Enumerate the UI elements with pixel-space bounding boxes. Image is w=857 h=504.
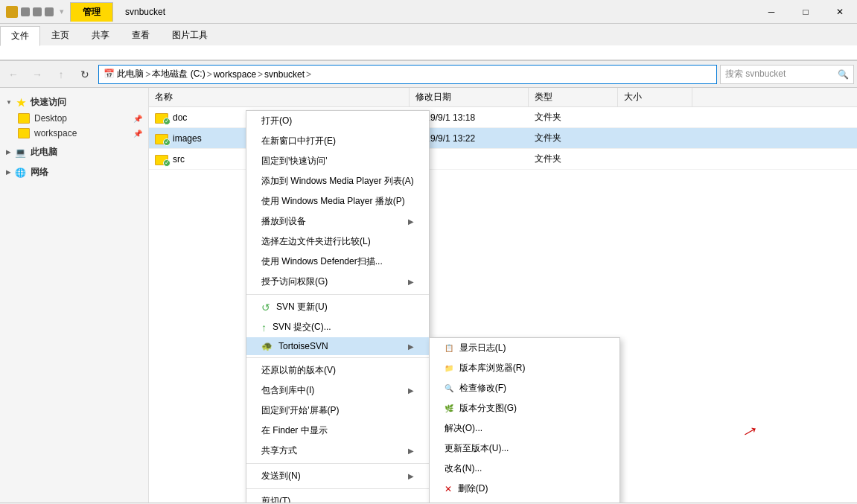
play-device-arrow: ▶ — [408, 217, 414, 226]
tab-share[interactable]: 共享 — [80, 25, 121, 45]
sub-check-mod[interactable]: 🔍检查修改(F) — [430, 378, 619, 398]
ribbon: 文件 主页 共享 查看 图片工具 — [0, 24, 857, 61]
window-controls: ─ □ ✕ — [754, 0, 857, 24]
ctx-cut[interactable]: 剪切(T) — [246, 491, 429, 503]
sub-update-rev[interactable]: 更新至版本(U)... — [430, 438, 619, 459]
title-bar: ▾ 管理 svnbucket ─ □ ✕ — [0, 0, 857, 24]
search-icon: 🔍 — [838, 69, 849, 80]
ctx-svn-commit[interactable]: ↑ SVN 提交(C)... — [246, 317, 429, 337]
ctx-play-wmp[interactable]: 使用 Windows Media Player 播放(P) — [246, 191, 429, 211]
share-arrow: ▶ — [408, 447, 414, 455]
ctx-svn-update[interactable]: ↺ SVN 更新(U) — [246, 297, 429, 317]
ctx-pin-quick-access[interactable]: 固定到'快速访问' — [246, 151, 429, 171]
this-pc-header[interactable]: ▶ 💻 此电脑 — [0, 144, 148, 161]
network-icon: 🌐 — [15, 168, 26, 178]
up-button[interactable]: ↑ — [51, 65, 71, 84]
ctx-grant-access[interactable]: 授予访问权限(G)▶ — [246, 272, 429, 292]
sub-branch-graph[interactable]: 🌿版本分支图(G) — [430, 398, 619, 418]
quick-access-arrow: ▼ — [6, 99, 12, 106]
minimize-button[interactable]: ─ — [754, 0, 788, 24]
sub-rename[interactable]: 改名(N)... — [430, 459, 619, 479]
ctx-sep3 — [246, 463, 429, 464]
file-list: 名称 修改日期 类型 大小 ✓ doc 2019/9/1 13:18 文件夹 — [149, 88, 857, 503]
context-menu: 打开(O) 在新窗口中打开(E) 固定到'快速访问' 添加到 Windows M… — [246, 110, 430, 503]
sub-revert[interactable]: ↩SVN 还原(V)... — [430, 499, 619, 503]
network-header[interactable]: ▶ 🌐 网络 — [0, 164, 148, 181]
this-pc-section: ▶ 💻 此电脑 — [0, 144, 148, 161]
maximize-button[interactable]: □ — [788, 0, 823, 24]
path-thispc: 📅 此电脑 — [103, 68, 144, 80]
ctx-open[interactable]: 打开(O) — [246, 111, 429, 131]
file-list-header: 名称 修改日期 类型 大小 — [149, 88, 857, 107]
ctx-compare[interactable]: 选择左边文件夹进行比较(L) — [246, 232, 429, 252]
delete-icon: ✕ — [445, 484, 452, 494]
path-svnbucket: svnbucket — [264, 69, 305, 80]
title-tab[interactable]: 管理 — [70, 2, 113, 22]
ctx-pin-start[interactable]: 固定到'开始'屏幕(P) — [246, 401, 429, 421]
workspace-pin-icon: 📌 — [133, 130, 142, 138]
quick-access-header[interactable]: ▼ ★ 快速访问 — [0, 94, 148, 111]
ctx-restore-prev[interactable]: 还原以前的版本(V) — [246, 360, 429, 380]
address-bar: ← → ↑ ↻ 📅 此电脑 > 本地磁盘 (C:) > workspace > … — [0, 61, 857, 88]
this-pc-arrow: ▶ — [6, 149, 10, 156]
path-workspace: workspace — [214, 69, 256, 80]
ctx-play-to-device[interactable]: 播放到设备▶ — [246, 211, 429, 232]
back-button[interactable]: ← — [3, 65, 24, 84]
search-box[interactable]: 搜索 svnbucket 🔍 — [720, 65, 854, 84]
sidebar: ▼ ★ 快速访问 Desktop 📌 workspace 📌 ▶ 💻 此电脑 — [0, 88, 149, 503]
workspace-label: workspace — [34, 128, 77, 138]
ctx-open-new-window[interactable]: 在新窗口中打开(E) — [246, 131, 429, 151]
sidebar-item-workspace[interactable]: workspace 📌 — [0, 126, 148, 141]
app-icon — [6, 6, 18, 18]
sub-show-log[interactable]: 📋显示日志(L) — [430, 338, 619, 358]
workspace-folder-icon — [18, 128, 30, 138]
sub-delete[interactable]: ✕删除(D) — [430, 479, 619, 499]
sub-repo-browser[interactable]: 📁版本库浏览器(R) — [430, 358, 619, 378]
forward-button[interactable]: → — [27, 65, 48, 84]
tab-view[interactable]: 查看 — [121, 25, 161, 45]
search-placeholder: 搜索 svnbucket — [725, 68, 786, 80]
refresh-button[interactable]: ↻ — [74, 65, 95, 84]
sidebar-item-desktop[interactable]: Desktop 📌 — [0, 111, 148, 126]
ctx-open-label: 打开(O) — [261, 115, 292, 127]
pin-icon: 📌 — [133, 115, 142, 123]
network-arrow: ▶ — [6, 169, 10, 176]
tab-home[interactable]: 主页 — [40, 25, 80, 45]
network-label: 网络 — [31, 166, 48, 179]
file-type-doc: 文件夹 — [529, 107, 618, 127]
ctx-defender[interactable]: 使用 Windows Defender扫描... — [246, 252, 429, 272]
this-pc-label: 此电脑 — [31, 146, 57, 159]
ribbon-content — [0, 45, 857, 60]
sub-resolve[interactable]: 解决(O)... — [430, 418, 619, 438]
tab-picture-tools[interactable]: 图片工具 — [161, 25, 219, 45]
file-size-images — [618, 135, 692, 142]
title-icon-small3 — [45, 7, 54, 16]
computer-icon: 💻 — [15, 147, 26, 158]
col-size[interactable]: 大小 — [618, 88, 692, 106]
desktop-label: Desktop — [34, 113, 67, 124]
ctx-include-library[interactable]: 包含到库中(I)▶ — [246, 380, 429, 401]
col-name[interactable]: 名称 — [149, 88, 410, 106]
close-button[interactable]: ✕ — [823, 0, 857, 24]
ctx-tortoise[interactable]: 🐢 TortoiseSVN ▶ 📋显示日志(L) 📁版本库浏览器(R) 🔍检查修… — [246, 337, 429, 355]
title-icons: ▾ — [0, 6, 70, 18]
tab-file[interactable]: 文件 — [0, 26, 40, 46]
ribbon-tabs: 文件 主页 共享 查看 图片工具 — [0, 24, 857, 45]
sendto-arrow: ▶ — [408, 472, 414, 480]
library-arrow: ▶ — [408, 386, 414, 395]
ctx-send-to[interactable]: 发送到(N)▶ — [246, 466, 429, 486]
desktop-folder-icon — [18, 113, 30, 124]
grant-access-arrow: ▶ — [408, 278, 414, 286]
col-date[interactable]: 修改日期 — [410, 88, 529, 106]
red-arrow-annotation: → — [735, 415, 765, 447]
quick-access-star: ★ — [16, 97, 26, 109]
src-folder-icon: ✓ — [155, 153, 168, 165]
file-type-images: 文件夹 — [529, 128, 618, 148]
col-type[interactable]: 类型 — [529, 88, 618, 106]
file-size-src — [618, 156, 692, 163]
ctx-share-via[interactable]: 共享方式▶ — [246, 441, 429, 461]
ctx-sep2 — [246, 357, 429, 358]
ctx-add-wmp[interactable]: 添加到 Windows Media Player 列表(A) — [246, 171, 429, 191]
address-path[interactable]: 📅 此电脑 > 本地磁盘 (C:) > workspace > svnbucke… — [98, 65, 717, 84]
ctx-show-finder[interactable]: 在 Finder 中显示 — [246, 421, 429, 441]
